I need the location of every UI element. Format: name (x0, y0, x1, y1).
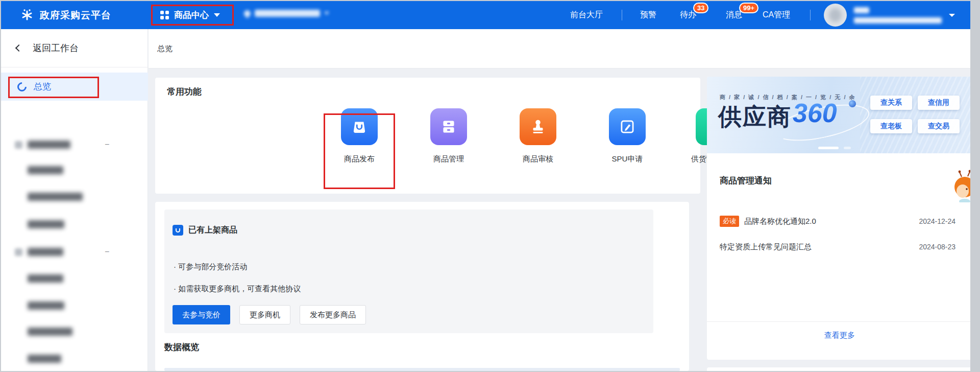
chart-area-peek (164, 368, 680, 371)
carousel-dots[interactable] (818, 147, 851, 149)
bag-icon (173, 225, 183, 236)
supplier-360-banner[interactable]: 商 / 家 / 诚 / 信 / 档 / 案 / 一 / 览 / 无 / 余 供应… (707, 77, 970, 153)
nav-front-hall[interactable]: 前台大厅 (570, 1, 603, 29)
sidebar-item-redacted[interactable] (1, 326, 148, 337)
user-menu[interactable] (824, 4, 955, 27)
quick-function-tiles: 商品发布 商品管理 (155, 108, 700, 190)
redacted-text (255, 10, 320, 17)
drawers-icon (439, 117, 458, 136)
zcy-logo-icon (20, 9, 34, 22)
overview-card: 已有上架商品 · 可参与部分竞价活动 · 如需获取更多商机，可查看其他协议 去参… (155, 202, 689, 371)
section-title: 常用功能 (167, 86, 202, 98)
carousel-dot[interactable] (844, 147, 851, 149)
tile-spu-apply[interactable]: SPU申请 (589, 108, 666, 164)
nav-divider (810, 10, 811, 20)
quick-functions-card: 常用功能 商品发布 (155, 78, 700, 194)
notice-date: 2024-08-23 (919, 243, 955, 251)
carousel-dot-active[interactable] (818, 147, 839, 149)
location-pin-icon (242, 9, 252, 18)
check-boss-button[interactable]: 查老板 (870, 119, 912, 133)
sidebar-item-redacted[interactable] (1, 273, 148, 284)
nav-divider (622, 10, 622, 20)
more-opportunities-button[interactable]: 更多商机 (239, 305, 290, 324)
top-header: 政府采购云平台 商品中心 前台大厅 预警 待办 33 消息 99+ CA管理 (1, 1, 970, 29)
todo-count-badge: 33 (693, 3, 708, 13)
chevron-down-icon (949, 14, 955, 17)
divider (1, 67, 148, 67)
sidebar-group-redacted[interactable]: − (1, 246, 148, 258)
notice-item[interactable]: 必读 品牌名称优化通知2.0 2024-12-24 (720, 215, 955, 227)
breadcrumb: 总览 (157, 44, 173, 54)
app-switcher-label: 商品中心 (174, 9, 209, 21)
panel-title: 已有上架商品 (188, 225, 237, 236)
stamp-icon (528, 117, 548, 136)
publish-more-products-button[interactable]: 发布更多商品 (300, 305, 366, 324)
sidebar: 返回工作台 总览 − − (1, 29, 148, 371)
nav-warning[interactable]: 预警 (640, 1, 656, 29)
banner-headline: 供应商360 (718, 101, 837, 133)
brand-title: 政府采购云平台 (40, 9, 111, 22)
app-switcher-product-center[interactable]: 商品中心 (151, 5, 234, 26)
messages-count-badge: 99+ (739, 3, 758, 13)
check-relations-button[interactable]: 查关系 (870, 96, 912, 110)
breadcrumb-bar: 总览 (149, 29, 970, 68)
check-transactions-button[interactable]: 查交易 (918, 119, 960, 133)
listed-products-panel: 已有上架商品 · 可参与部分竞价活动 · 如需获取更多商机，可查看其他协议 去参… (164, 210, 653, 333)
notice-date: 2024-12-24 (919, 217, 955, 225)
sidebar-item-redacted[interactable] (1, 165, 148, 176)
mascot-icon (954, 170, 970, 202)
sidebar-item-label: 总览 (34, 81, 51, 92)
tile-product-review[interactable]: 商品审核 (500, 108, 576, 164)
divider (707, 321, 970, 322)
avatar (824, 4, 847, 27)
back-to-workbench[interactable]: 返回工作台 (1, 37, 148, 59)
back-label: 返回工作台 (33, 42, 79, 54)
sidebar-item-redacted[interactable] (1, 300, 148, 311)
notice-item[interactable]: 特定资质上传常见问题汇总 2024-08-23 (720, 241, 955, 253)
bag-icon (350, 117, 369, 136)
notices-title: 商品管理通知 (720, 175, 772, 187)
grid-apps-icon (160, 11, 169, 19)
chevron-left-icon (15, 44, 22, 52)
chevron-down-icon (214, 13, 220, 17)
sidebar-item-overview[interactable]: 总览 (1, 73, 148, 101)
username-redacted (854, 7, 942, 24)
must-read-badge: 必读 (720, 216, 739, 227)
chevron-down-icon (324, 12, 329, 15)
join-bidding-button[interactable]: 去参与竞价 (173, 305, 230, 324)
panel-bullet: · 可参与部分竞价活动 (174, 262, 247, 272)
sidebar-item-redacted[interactable] (1, 353, 148, 364)
right-panel-card: 商 / 家 / 诚 / 信 / 档 / 案 / 一 / 览 / 无 / 余 供应… (707, 77, 970, 360)
check-credit-button[interactable]: 查信用 (918, 96, 960, 110)
sidebar-item-redacted[interactable] (1, 219, 148, 230)
nav-ca-management[interactable]: CA管理 (763, 1, 790, 29)
brand: 政府采购云平台 (20, 1, 111, 29)
see-more-link[interactable]: 查看更多 (707, 331, 970, 340)
data-overview-title: 数据概览 (164, 341, 199, 353)
region-selector-redacted[interactable] (244, 10, 329, 17)
tile-product-management[interactable]: 商品管理 (410, 108, 487, 164)
next-card-peek (707, 367, 970, 371)
panel-bullet: · 如需获取更多商机，可查看其他协议 (174, 284, 301, 294)
app-window: 政府采购云平台 商品中心 前台大厅 预警 待办 33 消息 99+ CA管理 (1, 1, 970, 371)
tile-product-publish[interactable]: 商品发布 (321, 108, 398, 164)
globe-icon (849, 100, 856, 107)
pencil-icon (618, 117, 637, 136)
sidebar-group-redacted[interactable]: − (1, 139, 148, 150)
overview-icon (15, 80, 28, 93)
sidebar-item-redacted[interactable] (1, 191, 148, 202)
